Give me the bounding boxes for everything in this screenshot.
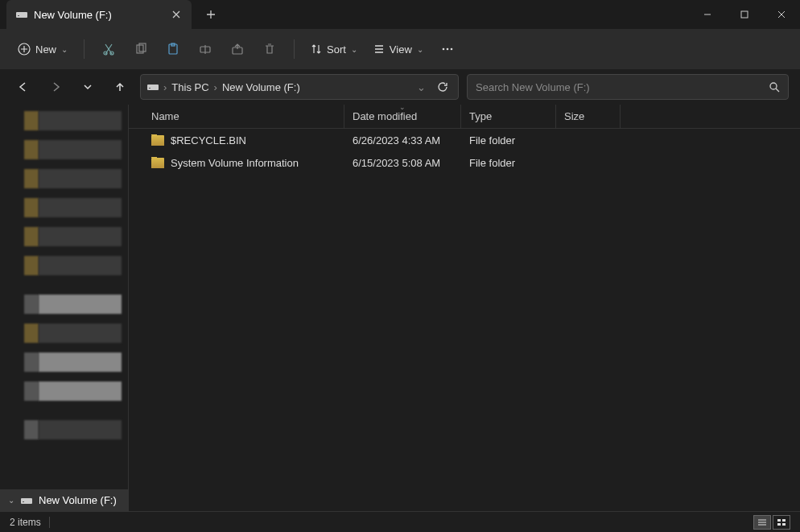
table-row[interactable]: $RECYCLE.BIN6/26/2023 4:33 AMFile folder	[129, 129, 800, 151]
cut-button[interactable]	[94, 35, 123, 64]
toolbar: New ⌄ Sort ⌄ View ⌄	[0, 29, 800, 69]
file-name: $RECYCLE.BIN	[171, 134, 246, 146]
svg-rect-20	[777, 519, 781, 522]
refresh-button[interactable]	[434, 81, 452, 93]
address-dropdown[interactable]: ⌄	[414, 81, 429, 93]
svg-rect-19	[23, 501, 24, 502]
svg-rect-23	[782, 523, 786, 526]
drive-icon	[147, 83, 159, 91]
svg-rect-16	[149, 88, 151, 89]
drive-icon	[16, 10, 27, 19]
chevron-down-icon: ⌄	[8, 496, 14, 505]
share-button[interactable]	[223, 35, 252, 64]
details-view-button[interactable]	[753, 515, 771, 530]
thumbnails-view-button[interactable]	[773, 515, 790, 530]
sort-button[interactable]: Sort ⌄	[304, 39, 364, 60]
svg-rect-15	[147, 85, 159, 90]
copy-button[interactable]	[126, 35, 155, 64]
back-button[interactable]	[11, 75, 35, 99]
column-type[interactable]: Type	[461, 105, 556, 128]
paste-button[interactable]	[159, 35, 188, 64]
file-type: File folder	[461, 157, 556, 169]
column-size[interactable]: Size	[556, 105, 621, 128]
sort-icon	[311, 43, 322, 55]
forward-button[interactable]	[43, 75, 68, 99]
file-name: System Volume Information	[171, 157, 299, 169]
navbar: › This PC › New Volume (F:) ⌄	[0, 69, 800, 105]
statusbar: 2 items	[0, 511, 800, 532]
search-icon[interactable]	[769, 81, 780, 93]
titlebar: New Volume (F:)	[0, 0, 800, 29]
recent-button[interactable]	[76, 75, 100, 99]
view-button[interactable]: View ⌄	[367, 39, 430, 60]
file-date: 6/15/2023 5:08 AM	[344, 157, 461, 169]
window-tab[interactable]: New Volume (F:)	[6, 0, 192, 29]
column-date[interactable]: ⌄Date modified	[344, 105, 461, 128]
sidebar: ⌄ New Volume (F:)	[0, 105, 129, 511]
sort-indicator-icon: ⌄	[399, 105, 406, 111]
minimize-button[interactable]	[689, 0, 726, 29]
close-window-button[interactable]	[763, 0, 800, 29]
file-list: Name ⌄Date modified Type Size $RECYCLE.B…	[129, 105, 800, 511]
plus-circle-icon	[18, 43, 31, 56]
tab-title: New Volume (F:)	[34, 9, 112, 21]
chevron-right-icon: ›	[214, 81, 217, 93]
column-name[interactable]: Name	[143, 105, 344, 128]
new-tab-button[interactable]	[200, 3, 222, 26]
breadcrumb-pc[interactable]: This PC	[171, 81, 208, 93]
maximize-button[interactable]	[726, 0, 763, 29]
chevron-down-icon: ⌄	[417, 45, 423, 54]
svg-point-13	[447, 48, 449, 51]
column-headers: Name ⌄Date modified Type Size	[129, 105, 800, 129]
svg-rect-0	[16, 12, 27, 18]
file-date: 6/26/2023 4:33 AM	[344, 134, 461, 146]
table-row[interactable]: System Volume Information6/15/2023 5:08 …	[129, 151, 800, 174]
chevron-down-icon: ⌄	[351, 45, 357, 54]
folder-icon	[151, 158, 164, 168]
svg-rect-18	[21, 498, 32, 504]
address-bar[interactable]: › This PC › New Volume (F:) ⌄	[140, 74, 459, 100]
delete-button[interactable]	[255, 35, 284, 64]
search-box[interactable]	[467, 74, 789, 100]
file-type: File folder	[461, 134, 556, 146]
svg-point-17	[770, 83, 777, 89]
svg-rect-22	[777, 523, 781, 526]
search-input[interactable]	[476, 81, 769, 93]
sidebar-item-drive[interactable]: ⌄ New Volume (F:)	[0, 489, 128, 511]
rename-button[interactable]	[191, 35, 220, 64]
svg-point-12	[443, 48, 445, 51]
svg-rect-21	[782, 519, 786, 522]
chevron-down-icon: ⌄	[61, 45, 68, 54]
svg-rect-1	[18, 15, 19, 16]
item-count: 2 items	[10, 517, 41, 528]
new-button[interactable]: New ⌄	[11, 38, 74, 60]
folder-icon	[151, 135, 164, 146]
breadcrumb-location[interactable]: New Volume (F:)	[222, 81, 300, 93]
svg-rect-2	[741, 11, 748, 18]
up-button[interactable]	[108, 75, 132, 99]
sidebar-drive-label: New Volume (F:)	[39, 494, 117, 506]
view-icon	[373, 43, 385, 55]
chevron-right-icon: ›	[163, 81, 167, 93]
drive-icon	[21, 497, 32, 505]
svg-point-14	[451, 48, 453, 51]
more-button[interactable]	[433, 35, 462, 64]
sidebar-items-blurred	[0, 105, 128, 489]
close-tab-button[interactable]	[171, 9, 182, 20]
